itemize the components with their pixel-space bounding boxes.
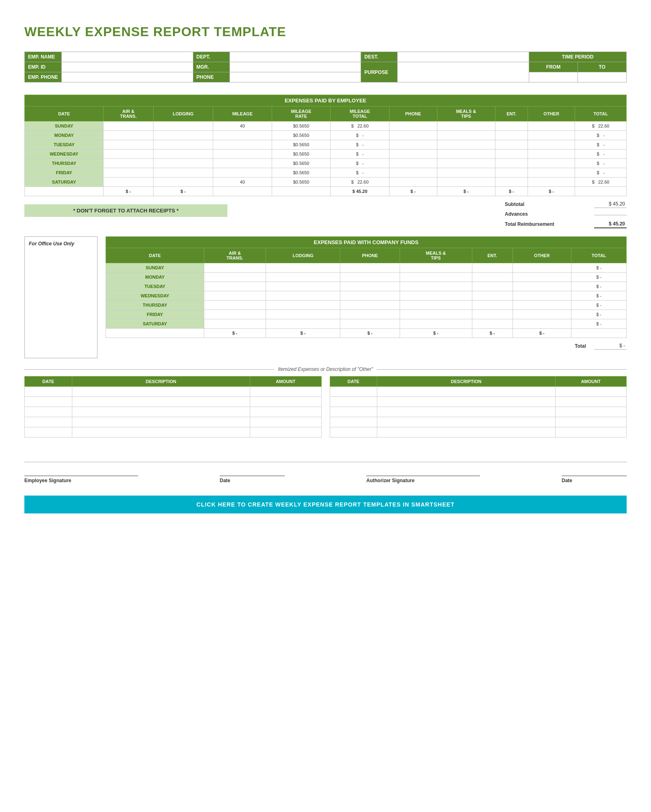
other-value[interactable]: [528, 159, 575, 168]
air-value[interactable]: [104, 140, 153, 149]
meals-value[interactable]: [437, 159, 495, 168]
other-value[interactable]: [528, 121, 575, 131]
meals-value[interactable]: [400, 291, 472, 301]
air-value[interactable]: [204, 282, 266, 291]
mileage-value[interactable]: [213, 168, 272, 178]
meals-value[interactable]: [437, 140, 495, 149]
emp-id-value[interactable]: [61, 62, 193, 72]
to-value[interactable]: [578, 72, 627, 82]
from-value[interactable]: [529, 72, 578, 82]
air-value[interactable]: [204, 301, 266, 310]
air-value[interactable]: [204, 291, 266, 301]
lodging-value[interactable]: [266, 291, 340, 301]
ent-value[interactable]: [495, 140, 528, 149]
lodging-value[interactable]: [153, 178, 213, 187]
ent-value[interactable]: [472, 301, 513, 310]
phone-value[interactable]: [340, 301, 400, 310]
air-value[interactable]: [104, 178, 153, 187]
phone-value[interactable]: [340, 263, 400, 273]
other-value[interactable]: [513, 263, 571, 273]
lodging-value[interactable]: [153, 168, 213, 178]
meals-value[interactable]: [437, 168, 495, 178]
air-value[interactable]: [104, 159, 153, 168]
dept-value[interactable]: [229, 52, 361, 62]
lodging-value[interactable]: [153, 140, 213, 149]
mileage-value[interactable]: [213, 149, 272, 159]
air-value[interactable]: [204, 310, 266, 319]
mileage-value[interactable]: 40: [213, 121, 272, 131]
air-value[interactable]: [104, 121, 153, 131]
phone-value[interactable]: [340, 310, 400, 319]
phone-value[interactable]: [340, 291, 400, 301]
phone-value[interactable]: [229, 72, 361, 82]
phone-value[interactable]: [340, 282, 400, 291]
meals-value[interactable]: [400, 310, 472, 319]
phone-value[interactable]: [389, 140, 437, 149]
air-value[interactable]: [104, 149, 153, 159]
air-value[interactable]: [204, 263, 266, 273]
other-value[interactable]: [528, 168, 575, 178]
phone-value[interactable]: [340, 319, 400, 329]
phone-value[interactable]: [340, 273, 400, 282]
emp-phone-value[interactable]: [61, 72, 193, 82]
mileage-value[interactable]: [213, 159, 272, 168]
other-value[interactable]: [528, 178, 575, 187]
phone-value[interactable]: [389, 131, 437, 140]
cta-banner[interactable]: CLICK HERE TO CREATE WEEKLY EXPENSE REPO…: [24, 496, 627, 513]
lodging-value[interactable]: [266, 263, 340, 273]
meals-value[interactable]: [400, 273, 472, 282]
mileage-value[interactable]: 40: [213, 178, 272, 187]
meals-value[interactable]: [437, 149, 495, 159]
meals-value[interactable]: [437, 178, 495, 187]
lodging-value[interactable]: [266, 310, 340, 319]
ent-value[interactable]: [472, 319, 513, 329]
ent-value[interactable]: [495, 131, 528, 140]
ent-value[interactable]: [472, 310, 513, 319]
other-value[interactable]: [513, 273, 571, 282]
other-value[interactable]: [513, 319, 571, 329]
other-value[interactable]: [513, 282, 571, 291]
other-value[interactable]: [528, 149, 575, 159]
other-value[interactable]: [513, 310, 571, 319]
dest-value[interactable]: [398, 52, 529, 62]
air-value[interactable]: [204, 319, 266, 329]
meals-value[interactable]: [400, 282, 472, 291]
ent-value[interactable]: [495, 178, 528, 187]
air-value[interactable]: [104, 168, 153, 178]
other-value[interactable]: [528, 131, 575, 140]
phone-value[interactable]: [389, 149, 437, 159]
lodging-value[interactable]: [153, 131, 213, 140]
meals-value[interactable]: [437, 131, 495, 140]
lodging-value[interactable]: [153, 121, 213, 131]
lodging-value[interactable]: [153, 149, 213, 159]
mileage-value[interactable]: [213, 140, 272, 149]
mgr-value[interactable]: [229, 62, 361, 72]
emp-name-value[interactable]: [61, 52, 193, 62]
ent-value[interactable]: [472, 263, 513, 273]
lodging-value[interactable]: [266, 319, 340, 329]
lodging-value[interactable]: [266, 273, 340, 282]
lodging-value[interactable]: [153, 159, 213, 168]
air-value[interactable]: [204, 273, 266, 282]
ent-value[interactable]: [495, 121, 528, 131]
phone-value[interactable]: [389, 168, 437, 178]
mileage-value[interactable]: [213, 131, 272, 140]
meals-value[interactable]: [400, 319, 472, 329]
meals-value[interactable]: [437, 121, 495, 131]
phone-value[interactable]: [389, 178, 437, 187]
ent-value[interactable]: [472, 273, 513, 282]
ent-value[interactable]: [472, 291, 513, 301]
ent-value[interactable]: [495, 149, 528, 159]
phone-value[interactable]: [389, 121, 437, 131]
lodging-value[interactable]: [266, 282, 340, 291]
lodging-value[interactable]: [266, 301, 340, 310]
air-value[interactable]: [104, 131, 153, 140]
phone-value[interactable]: [389, 159, 437, 168]
other-value[interactable]: [513, 291, 571, 301]
ent-value[interactable]: [495, 159, 528, 168]
other-value[interactable]: [513, 301, 571, 310]
meals-value[interactable]: [400, 301, 472, 310]
ent-value[interactable]: [495, 168, 528, 178]
meals-value[interactable]: [400, 263, 472, 273]
other-value[interactable]: [528, 140, 575, 149]
